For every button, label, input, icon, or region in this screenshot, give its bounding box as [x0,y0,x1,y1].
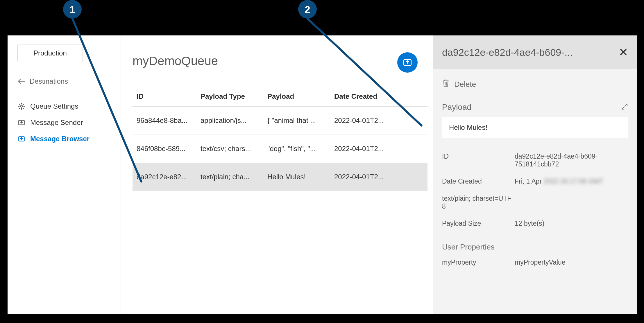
message-table: ID Payload Type Payload Date Created 96a… [133,87,427,191]
app-frame: Production Destinations Queue Settings M… [8,35,637,314]
col-type: Payload Type [201,92,267,101]
field-label: Date Created [442,177,515,185]
field-label: text/plain; charset=UTF-8 [442,195,515,210]
user-property-value: myPropertyValue [515,259,628,266]
send-icon [17,119,26,127]
gear-icon [17,102,26,110]
nav-label: Message Sender [30,119,83,127]
queue-title: myDemoQueue [133,54,427,68]
nav-queue-settings[interactable]: Queue Settings [17,98,114,114]
field-date-created: Date Created Fri, 1 Apr 2022 20:17:08 GM… [442,173,628,190]
cell-id: 846f08be-589... [137,145,201,153]
callout-2: 2 [298,0,317,19]
cell-type: text/csv; chars... [201,145,267,153]
delete-label: Delete [454,80,476,89]
detail-panel: da92c12e-e82d-4ae4-b609-... ✕ Delete Pay… [433,35,637,314]
detail-header: da92c12e-e82d-4ae4-b609-... ✕ [433,35,637,69]
field-value: da92c12e-e82d-4ae4-b609-7518141cbb72 [515,152,628,168]
cell-type: application/js... [201,116,267,125]
callout-1: 1 [63,0,82,19]
cell-type: text/plain; cha... [201,173,267,181]
nav-message-sender[interactable]: Message Sender [17,114,114,131]
nav-message-browser[interactable]: Message Browser [17,131,114,147]
field-value: Fri, 1 Apr 2022 20:17:08 GMT [515,177,628,185]
cell-date: 2022-04-01T2... [334,173,423,181]
send-message-button[interactable] [397,52,418,73]
browse-icon [17,135,26,143]
user-property-row: myProperty myPropertyValue [442,254,628,271]
nav-label: Message Browser [30,135,90,143]
redacted-text: 2022 20:17:08 GMT [544,177,603,185]
cell-payload: Hello Mules! [267,173,334,181]
cell-id: da92c12e-e82... [137,173,201,181]
table-row[interactable]: 96a844e8-8ba... application/js... { "ani… [133,107,427,135]
sidebar: Production Destinations Queue Settings M… [8,35,121,314]
svg-point-2 [21,105,23,107]
delete-button[interactable]: Delete [442,79,628,90]
col-date: Date Created [334,92,423,101]
payload-content: Hello Mules! [442,117,628,138]
cell-date: 2022-04-01T2... [334,145,423,153]
user-properties-title: User Properties [442,243,628,252]
upload-icon [403,58,412,67]
field-label: ID [442,152,515,168]
field-label: Payload Size [442,220,515,227]
detail-title: da92c12e-e82d-4ae4-b609-... [442,47,573,58]
user-property-key: myProperty [442,259,515,266]
cell-payload: "dog", "fish", "... [267,145,334,153]
back-label: Destinations [30,77,68,85]
cell-payload: { "animal that ... [267,116,334,125]
cell-id: 96a844e8-8ba... [137,116,201,125]
col-payload: Payload [267,92,334,101]
table-header: ID Payload Type Payload Date Created [133,87,427,107]
main-panel: myDemoQueue ID Payload Type Payload Date… [121,35,433,314]
back-destinations-link[interactable]: Destinations [17,77,114,85]
close-icon[interactable]: ✕ [619,46,628,59]
expand-icon[interactable] [621,103,628,111]
payload-section-title: Payload [442,103,471,112]
col-id: ID [137,92,201,101]
field-payload-size: Payload Size 12 byte(s) [442,215,628,232]
table-row[interactable]: da92c12e-e82... text/plain; cha... Hello… [133,163,427,191]
cell-date: 2022-04-01T2... [334,116,423,125]
field-value: 12 byte(s) [515,220,628,227]
table-row[interactable]: 846f08be-589... text/csv; chars... "dog"… [133,135,427,163]
environment-selector[interactable]: Production [17,44,83,62]
field-id: ID da92c12e-e82d-4ae4-b609-7518141cbb72 [442,148,628,173]
field-payload-type: text/plain; charset=UTF-8 [442,190,628,215]
trash-icon [442,79,450,90]
arrow-left-icon [17,77,26,85]
nav-label: Queue Settings [30,102,78,110]
